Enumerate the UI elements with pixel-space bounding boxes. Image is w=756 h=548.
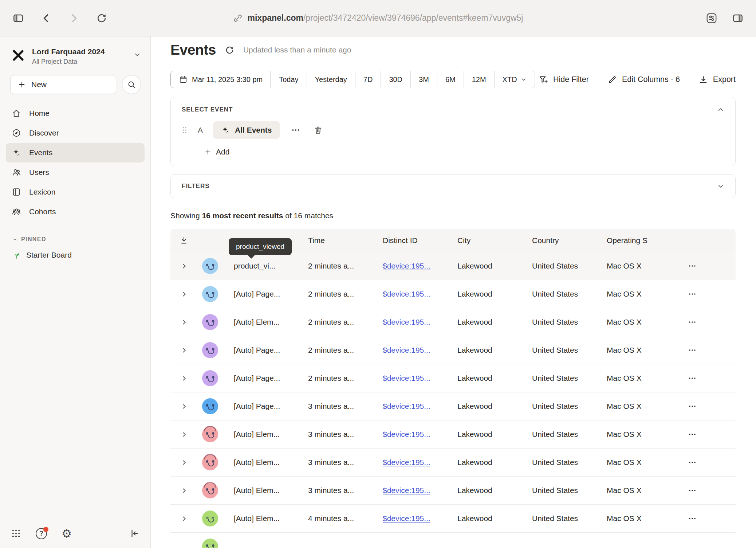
- preset-yesterday[interactable]: Yesterday: [307, 71, 355, 88]
- workspace-switcher[interactable]: Lord Farquaad 2024 All Project Data: [0, 36, 150, 73]
- trash-icon[interactable]: [311, 124, 325, 137]
- table-row[interactable]: [Auto] Page... 3 minutes a... $device:19…: [170, 392, 736, 420]
- distinct-id-link[interactable]: $device:195...: [383, 374, 457, 383]
- filters-panel[interactable]: FILTERS: [170, 174, 736, 198]
- drag-handle-icon[interactable]: [182, 126, 188, 134]
- header-time[interactable]: Time: [308, 236, 383, 245]
- row-expand-chevron[interactable]: [170, 375, 197, 382]
- header-distinct-id[interactable]: Distinct ID: [383, 236, 457, 245]
- row-actions-icon[interactable]: [686, 400, 699, 413]
- distinct-id-link[interactable]: $device:195...: [383, 486, 457, 495]
- address-bar[interactable]: mixpanel.com/project/3472420/view/397469…: [0, 0, 756, 36]
- row-expand-chevron[interactable]: [170, 515, 197, 522]
- event-name[interactable]: [Auto] Page...: [223, 346, 308, 355]
- table-row[interactable]: product_vi... 2 minutes a... $device:195…: [170, 252, 736, 280]
- event-name[interactable]: [Auto] Page...: [223, 402, 308, 411]
- event-name[interactable]: [Auto] Elem...: [223, 486, 308, 495]
- preset-xtd[interactable]: XTD: [494, 71, 535, 88]
- preset-7d[interactable]: 7D: [355, 71, 381, 88]
- pinned-item-starter-board[interactable]: Starter Board: [0, 246, 150, 264]
- row-expand-chevron[interactable]: [170, 291, 197, 298]
- row-actions-icon[interactable]: [686, 512, 699, 525]
- preset-today[interactable]: Today: [271, 71, 307, 88]
- all-events-chip[interactable]: All Events: [213, 121, 280, 139]
- back-icon[interactable]: [41, 13, 52, 24]
- sidebar-item-cohorts[interactable]: Cohorts: [6, 202, 145, 222]
- header-city[interactable]: City: [457, 236, 532, 245]
- distinct-id-link[interactable]: $device:195...: [383, 430, 457, 439]
- event-name[interactable]: product_vi...: [223, 262, 308, 270]
- results-summary-suffix: of 16 matches: [283, 211, 333, 220]
- table-row[interactable]: [Auto] Elem... 3 minutes a... $device:19…: [170, 477, 736, 505]
- help-icon[interactable]: ?: [36, 528, 47, 539]
- chevron-down-icon[interactable]: [717, 183, 724, 190]
- row-expand-chevron[interactable]: [170, 459, 197, 466]
- event-options-icon[interactable]: [289, 123, 303, 137]
- table-row[interactable]: [Auto] Elem... 3 minutes a... $device:19…: [170, 420, 736, 449]
- event-name[interactable]: [Auto] Elem...: [223, 430, 308, 439]
- row-expand-chevron[interactable]: [170, 319, 197, 326]
- browser-right-panel-icon[interactable]: [732, 12, 744, 24]
- event-name[interactable]: [Auto] Page...: [223, 374, 308, 383]
- row-actions-icon[interactable]: [686, 344, 699, 357]
- distinct-id-link[interactable]: $device:195...: [383, 262, 457, 270]
- distinct-id-link[interactable]: $device:195...: [383, 290, 457, 298]
- row-actions-icon[interactable]: [686, 456, 699, 469]
- preset-12m[interactable]: 12M: [464, 71, 495, 88]
- export-button[interactable]: Export: [699, 75, 736, 84]
- add-event-button[interactable]: Add: [204, 148, 229, 156]
- preset-6m[interactable]: 6M: [437, 71, 464, 88]
- date-picker-button[interactable]: Mar 11, 2025 3:30 pm: [170, 71, 271, 88]
- table-row[interactable]: [Auto] Elem... 3 minutes a... $device:19…: [170, 449, 736, 477]
- row-actions-icon[interactable]: [686, 259, 699, 273]
- new-button[interactable]: New: [10, 75, 116, 94]
- browser-extensions-icon[interactable]: [706, 12, 717, 24]
- browser-sidebar-toggle-icon[interactable]: [12, 12, 24, 24]
- sidebar-item-users[interactable]: Users: [6, 163, 145, 182]
- row-actions-icon[interactable]: [686, 287, 699, 301]
- gear-icon[interactable]: ⚙: [62, 528, 72, 539]
- event-name[interactable]: [Auto] Elem...: [223, 458, 308, 467]
- reload-icon[interactable]: [96, 13, 107, 24]
- sidebar-item-home[interactable]: Home: [6, 103, 145, 123]
- row-actions-icon[interactable]: [686, 484, 699, 497]
- table-row-partial[interactable]: [170, 533, 736, 548]
- chevron-up-icon[interactable]: [717, 106, 724, 113]
- row-expand-chevron[interactable]: [170, 403, 197, 410]
- row-expand-chevron[interactable]: [170, 431, 197, 438]
- distinct-id-link[interactable]: $device:195...: [383, 402, 457, 411]
- table-row[interactable]: [Auto] Elem... 4 minutes a... $device:19…: [170, 505, 736, 533]
- sidebar-item-events[interactable]: Events: [6, 143, 145, 163]
- header-os[interactable]: Operating S: [607, 236, 685, 245]
- table-row[interactable]: [Auto] Page... 2 minutes a... $device:19…: [170, 364, 736, 392]
- table-row[interactable]: [Auto] Elem... 2 minutes a... $device:19…: [170, 308, 736, 336]
- table-row[interactable]: [Auto] Page... 2 minutes a... $device:19…: [170, 336, 736, 364]
- table-row[interactable]: [Auto] Page... 2 minutes a... $device:19…: [170, 280, 736, 308]
- row-expand-chevron[interactable]: [170, 347, 197, 354]
- preset-30d[interactable]: 30D: [381, 71, 411, 88]
- hide-filter-button[interactable]: Hide Filter: [539, 75, 589, 84]
- refresh-icon[interactable]: [225, 45, 235, 55]
- distinct-id-link[interactable]: $device:195...: [383, 346, 457, 355]
- edit-columns-button[interactable]: Edit Columns · 6: [608, 75, 680, 84]
- jump-to-latest-icon[interactable]: [170, 236, 197, 245]
- row-actions-icon[interactable]: [686, 372, 699, 385]
- event-name[interactable]: [Auto] Page...: [223, 290, 308, 298]
- row-actions-icon[interactable]: [686, 428, 699, 441]
- preset-3m[interactable]: 3M: [410, 71, 437, 88]
- row-expand-chevron[interactable]: [170, 263, 197, 270]
- apps-grid-icon[interactable]: [11, 528, 21, 539]
- header-country[interactable]: Country: [532, 236, 607, 245]
- distinct-id-link[interactable]: $device:195...: [383, 318, 457, 326]
- pinned-section-toggle[interactable]: PINNED: [0, 225, 150, 246]
- sidebar-item-lexicon[interactable]: Lexicon: [6, 182, 145, 202]
- collapse-sidebar-icon[interactable]: [129, 528, 139, 539]
- event-name[interactable]: [Auto] Elem...: [223, 318, 308, 326]
- search-button[interactable]: [122, 75, 141, 94]
- event-name[interactable]: [Auto] Elem...: [223, 514, 308, 523]
- distinct-id-link[interactable]: $device:195...: [383, 514, 457, 523]
- row-actions-icon[interactable]: [686, 316, 699, 329]
- distinct-id-link[interactable]: $device:195...: [383, 458, 457, 467]
- sidebar-item-discover[interactable]: Discover: [6, 123, 145, 143]
- row-expand-chevron[interactable]: [170, 487, 197, 494]
